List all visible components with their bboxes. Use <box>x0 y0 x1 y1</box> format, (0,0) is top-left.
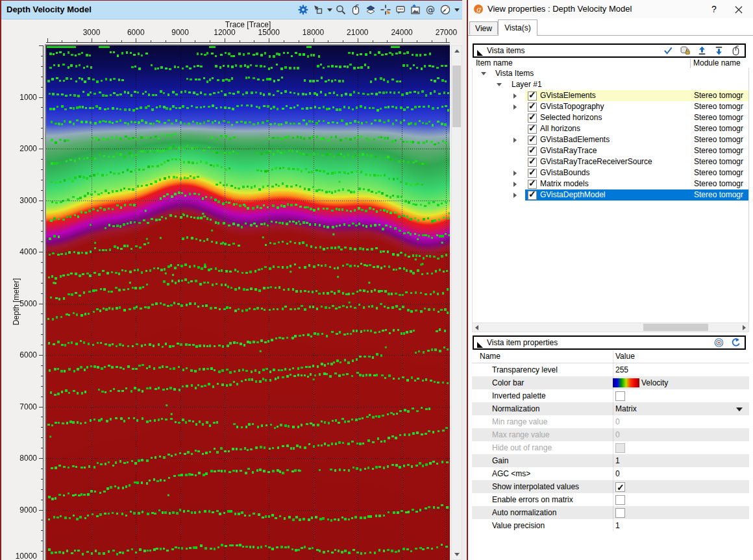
vista-items-section-header[interactable]: Vista items <box>473 43 746 58</box>
visibility-checkbox[interactable]: ✓ <box>528 180 537 189</box>
expand-arrow-icon[interactable] <box>513 182 517 187</box>
property-value[interactable]: 0 <box>615 415 620 428</box>
item-properties-section-header[interactable]: Vista item properties <box>473 335 746 350</box>
property-checkbox[interactable] <box>615 443 625 453</box>
compass-icon[interactable] <box>439 3 452 16</box>
record-target-icon[interactable] <box>713 337 724 348</box>
at-zoom-icon[interactable]: @ <box>424 3 437 16</box>
scrollbar-thumb[interactable] <box>643 324 708 331</box>
property-row-agc-ms[interactable]: AGC <ms>0 <box>472 467 749 480</box>
expand-arrow-icon[interactable] <box>513 104 517 110</box>
visibility-checkbox[interactable]: ✓ <box>528 147 537 156</box>
property-row-show-interpolated-values[interactable]: Show interpolated values✓ <box>472 480 749 493</box>
check-all-icon[interactable] <box>663 45 674 56</box>
mouse-tool-icon[interactable] <box>349 3 362 16</box>
select-tool-icon[interactable] <box>312 3 325 16</box>
property-value[interactable]: 0 <box>615 467 620 480</box>
close-icon[interactable] <box>733 4 745 16</box>
visibility-checkbox[interactable]: ✓ <box>528 114 537 123</box>
collapse-arrow-icon[interactable] <box>481 72 486 75</box>
property-checkbox[interactable] <box>615 391 625 401</box>
tree-row-gvistaraytrace[interactable]: ✓GVistaRayTraceStereo tomogr <box>473 145 749 156</box>
database-lock-icon[interactable] <box>680 45 691 56</box>
velocity-model-canvas[interactable] <box>1 19 450 560</box>
visibility-checkbox[interactable]: ✓ <box>528 91 537 101</box>
dropdown-arrow-icon[interactable] <box>736 408 743 411</box>
tree-row-gvistabadelements[interactable]: ✓GVistaBadElementsStereo tomogr <box>473 134 749 145</box>
collapse-triangle-icon[interactable] <box>477 47 483 59</box>
visibility-checkbox[interactable]: ✓ <box>528 158 537 167</box>
property-value[interactable]: Matrix <box>615 402 637 415</box>
colorbar-swatch[interactable] <box>613 378 639 387</box>
pan-crosshair-icon[interactable] <box>379 3 392 16</box>
chevron-down-icon[interactable] <box>327 8 332 12</box>
mouse-settings-icon[interactable] <box>730 45 741 56</box>
visibility-checkbox[interactable]: ✓ <box>528 191 537 200</box>
settings-gear-icon[interactable] <box>297 3 310 16</box>
tree-row-gvistadepthmodel[interactable]: ✓GVistaDepthModelStereo tomogr <box>473 189 749 201</box>
property-value[interactable]: 255 <box>615 363 628 376</box>
property-value[interactable]: 1 <box>615 454 620 467</box>
scroll-left-icon[interactable] <box>475 325 478 330</box>
tree-row-selected-horizons[interactable]: ✓Selected horizonsStereo tomogr <box>473 112 749 123</box>
scroll-down-icon[interactable] <box>454 553 460 556</box>
column-separator[interactable] <box>690 58 691 68</box>
expand-arrow-icon[interactable] <box>513 138 517 143</box>
export-image-icon[interactable] <box>409 3 422 16</box>
property-row-max-range-value[interactable]: Max range value0 <box>472 428 749 441</box>
collapse-arrow-icon[interactable] <box>497 83 502 86</box>
property-value[interactable]: 0 <box>615 428 620 441</box>
tree-horizontal-scrollbar[interactable] <box>472 323 749 332</box>
tree-row-layer-1[interactable]: Layer #1 <box>473 79 749 90</box>
vista-items-column-header: Item name Module name <box>472 58 749 69</box>
property-row-normalization[interactable]: NormalizationMatrix <box>472 402 749 415</box>
expand-arrow-icon[interactable] <box>513 193 517 198</box>
visibility-checkbox[interactable]: ✓ <box>528 125 537 134</box>
plot-vertical-scrollbar[interactable] <box>451 45 462 560</box>
tree-row-gvistabounds[interactable]: ✓GVistaBoundsStereo tomogr <box>473 167 749 178</box>
property-row-auto-normalization[interactable]: Auto normalization <box>472 506 749 519</box>
checkmark-icon: ✓ <box>528 156 536 167</box>
tree-row-vista-items[interactable]: Vista Items <box>473 68 749 79</box>
property-value[interactable]: 1 <box>615 519 620 532</box>
tab-view[interactable]: View <box>469 21 498 34</box>
reset-icon[interactable] <box>730 337 741 348</box>
expand-arrow-icon[interactable] <box>513 171 517 176</box>
help-button[interactable]: ? <box>707 0 721 18</box>
property-row-enable-errors-on-matrix[interactable]: Enable errors on matrix <box>472 493 749 506</box>
move-down-icon[interactable] <box>713 45 724 56</box>
visibility-checkbox[interactable]: ✓ <box>528 169 537 178</box>
property-checkbox[interactable] <box>615 495 625 505</box>
chevron-down-icon[interactable] <box>454 8 460 12</box>
expand-arrow-icon[interactable] <box>513 93 517 99</box>
panel-divider[interactable] <box>462 0 467 560</box>
move-up-icon[interactable] <box>697 45 708 56</box>
tree-row-gvistaraytracereceiversource[interactable]: ✓GVistaRayTraceReceiverSourceStereo tomo… <box>473 156 749 167</box>
checkmark-icon: ✓ <box>528 167 536 178</box>
scrollbar-thumb[interactable] <box>452 66 461 127</box>
visibility-checkbox[interactable]: ✓ <box>528 103 537 112</box>
tab-vistas[interactable]: Vista(s) <box>498 19 537 36</box>
property-checkbox[interactable] <box>615 508 625 518</box>
scroll-up-icon[interactable] <box>454 49 460 53</box>
annotation-icon[interactable] <box>394 3 407 16</box>
property-checkbox[interactable]: ✓ <box>615 482 625 492</box>
property-row-color-bar[interactable]: Color barVelocity <box>472 376 749 389</box>
visibility-checkbox[interactable]: ✓ <box>528 136 537 145</box>
tree-row-all-horizons[interactable]: ✓All horizonsStereo tomogr <box>473 123 749 134</box>
collapse-triangle-icon[interactable] <box>477 339 483 351</box>
zoom-icon[interactable] <box>334 3 347 16</box>
property-row-value-precision[interactable]: Value precision1 <box>472 519 749 532</box>
property-row-gain[interactable]: Gain1 <box>472 454 749 467</box>
property-row-transparency-level[interactable]: Transparency level255 <box>472 363 749 376</box>
property-row-hide-out-of-range[interactable]: Hide out of range <box>472 441 749 454</box>
property-row-inverted-palette[interactable]: Inverted palette <box>472 389 749 402</box>
tree-row-gvistaelements[interactable]: ✓GVistaElementsStereo tomogr <box>473 90 749 101</box>
view-properties-panel: g View properties : Depth Velocity Model… <box>468 0 753 560</box>
layers-icon[interactable] <box>364 3 377 16</box>
scroll-right-icon[interactable] <box>743 325 746 330</box>
property-row-min-range-value[interactable]: Min range value0 <box>472 415 749 428</box>
tree-row-gvistatopography[interactable]: ✓GVistaTopographyStereo tomogr <box>473 101 749 112</box>
item-properties-table: Name Value Transparency level255Color ba… <box>472 350 749 532</box>
tree-row-matrix-models[interactable]: ✓Matrix modelsStereo tomogr <box>473 178 749 189</box>
